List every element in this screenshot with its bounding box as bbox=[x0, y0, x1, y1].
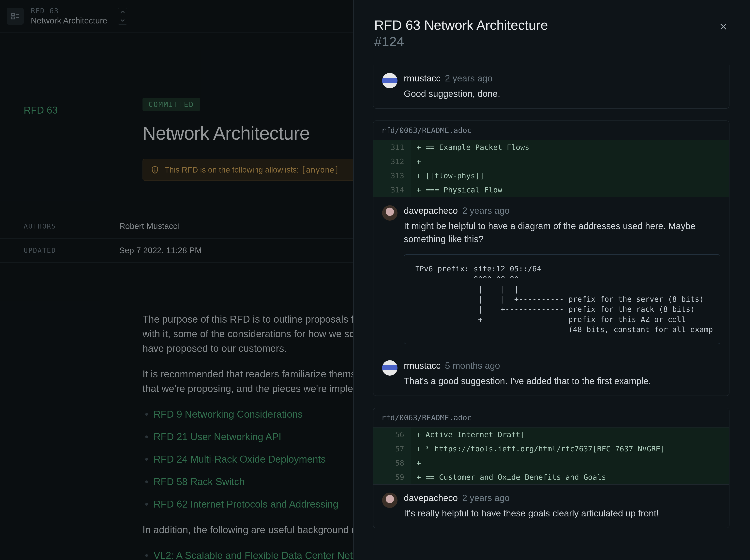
close-icon bbox=[719, 22, 728, 31]
line-number: 314 bbox=[373, 183, 411, 197]
comment: rmustacc 2 years ago Good suggestion, do… bbox=[373, 65, 729, 108]
diff-text: + == Customer and Oxide Benefits and Goa… bbox=[411, 470, 729, 484]
line-number: 58 bbox=[373, 456, 411, 470]
comment: davepacheco 2 years ago It might be help… bbox=[373, 197, 729, 352]
avatar[interactable] bbox=[382, 493, 397, 508]
avatar[interactable] bbox=[382, 205, 397, 221]
comment-author[interactable]: davepacheco bbox=[404, 205, 458, 216]
comment: davepacheco 2 years ago It's really help… bbox=[373, 484, 729, 528]
comment-text: That's a good suggestion. I've added tha… bbox=[404, 374, 721, 388]
line-number: 311 bbox=[373, 140, 411, 154]
modal-scrim[interactable] bbox=[0, 0, 353, 560]
comment-text: It might be helpful to have a diagram of… bbox=[404, 220, 721, 246]
diff-text: + [[flow-phys]] bbox=[411, 169, 729, 183]
comment-author[interactable]: davepacheco bbox=[404, 493, 458, 503]
thread-block: rfd/0063/README.adoc 56+ Active Internet… bbox=[373, 408, 729, 528]
thread-block: rmustacc 2 years ago Good suggestion, do… bbox=[373, 65, 729, 109]
thread-block: rfd/0063/README.adoc 311+ == Example Pac… bbox=[373, 121, 729, 396]
file-path[interactable]: rfd/0063/README.adoc bbox=[373, 121, 729, 140]
avatar[interactable] bbox=[382, 73, 397, 88]
comment-time: 2 years ago bbox=[462, 205, 510, 216]
diff-text: + Active Internet-Draft] bbox=[411, 428, 729, 442]
comment-time: 2 years ago bbox=[462, 493, 510, 503]
line-number: 57 bbox=[373, 442, 411, 456]
diff-text: + bbox=[411, 154, 729, 169]
panel-scroll-area[interactable]: rmustacc 2 years ago Good suggestion, do… bbox=[354, 65, 750, 560]
comment-text: It's really helpful to have these goals … bbox=[404, 507, 721, 520]
comment: rmustacc 5 months ago That's a good sugg… bbox=[373, 352, 729, 396]
line-number: 312 bbox=[373, 154, 411, 169]
diff-text: + * https://tools.ietf.org/html/rfc7637[… bbox=[411, 442, 729, 456]
diff-text: + bbox=[411, 456, 729, 470]
avatar[interactable] bbox=[382, 360, 397, 376]
comment-author[interactable]: rmustacc bbox=[404, 360, 441, 371]
comment-time: 5 months ago bbox=[445, 360, 500, 371]
comment-text: Good suggestion, done. bbox=[404, 87, 721, 100]
line-number: 313 bbox=[373, 169, 411, 183]
code-block: IPv6 prefix: site:12_05::/64 ^^^^ ^^ ^^ … bbox=[404, 254, 721, 344]
discussion-panel: RFD 63 Network Architecture #124 rmustac… bbox=[353, 0, 750, 560]
diff-hunk: 56+ Active Internet-Draft] 57+ * https:/… bbox=[373, 428, 729, 484]
diff-text: + === Physical Flow bbox=[411, 183, 729, 197]
comment-author[interactable]: rmustacc bbox=[404, 73, 441, 84]
diff-hunk: 311+ == Example Packet Flows 312+ 313+ [… bbox=[373, 140, 729, 197]
panel-issue-number: #124 bbox=[374, 34, 548, 49]
line-number: 59 bbox=[373, 470, 411, 484]
panel-title: RFD 63 Network Architecture bbox=[374, 17, 548, 33]
file-path[interactable]: rfd/0063/README.adoc bbox=[373, 408, 729, 428]
close-button[interactable] bbox=[717, 21, 729, 35]
diff-text: + == Example Packet Flows bbox=[411, 140, 729, 154]
line-number: 56 bbox=[373, 428, 411, 442]
comment-time: 2 years ago bbox=[445, 73, 492, 84]
